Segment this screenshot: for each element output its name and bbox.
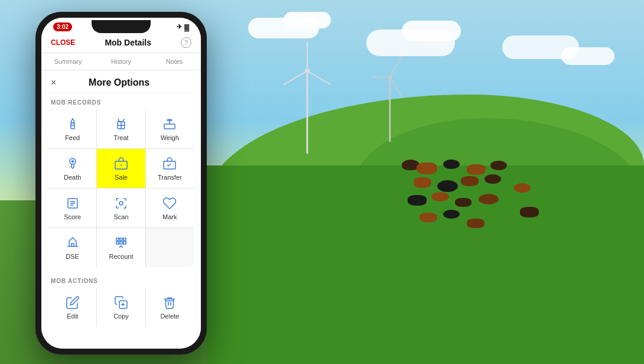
sale-label: Sale	[115, 174, 128, 181]
svg-rect-10	[71, 123, 74, 129]
delete-label: Delete	[160, 313, 179, 320]
modal-title: More Options	[61, 77, 177, 88]
phone-notch	[92, 20, 151, 33]
feed-label: Feed	[65, 134, 80, 141]
cloud-2	[284, 12, 331, 28]
airplane-icon: ✈	[177, 23, 182, 31]
mob-actions-section: MOB ACTIONS Edit Copy	[41, 272, 201, 327]
status-icons: ✈ ▓	[177, 23, 189, 31]
dse-label: DSE	[66, 253, 79, 260]
svg-line-7	[391, 56, 402, 75]
mark-icon	[162, 196, 177, 211]
treat-icon	[114, 116, 128, 132]
score-button[interactable]: Score	[48, 188, 96, 228]
edit-label: Edit	[67, 313, 78, 320]
status-time: 3:02	[53, 22, 72, 31]
sale-icon	[114, 156, 128, 171]
svg-line-3	[309, 72, 331, 86]
svg-line-8	[391, 79, 402, 98]
empty-slot	[146, 228, 194, 267]
mob-records-label: MOB RECORDS	[41, 93, 201, 109]
weigh-icon	[162, 116, 177, 132]
score-icon	[66, 196, 80, 211]
phone-device: 3:02 ✈ ▓ CLOSE Mob Details ? Summary His…	[35, 12, 207, 355]
ground	[207, 165, 644, 364]
tabs-bar: Summary History Notes	[41, 53, 201, 70]
weigh-button[interactable]: Weigh	[146, 109, 194, 148]
battery-icon: ▓	[184, 24, 189, 31]
transfer-label: Transfer	[158, 174, 182, 181]
screen-title: Mob Details	[105, 38, 151, 47]
mob-actions-grid: Edit Copy Delete	[48, 288, 194, 327]
cloud-4	[402, 21, 461, 41]
dse-icon	[66, 235, 80, 251]
mob-records-grid: Feed Treat Weigh	[48, 109, 194, 267]
svg-line-4	[284, 72, 305, 86]
scan-button[interactable]: Scan	[97, 188, 145, 228]
modal-close-button[interactable]: ×	[51, 77, 56, 88]
sale-button[interactable]: Sale	[97, 149, 145, 188]
mob-actions-label: MOB ACTIONS	[41, 272, 201, 288]
svg-point-1	[305, 69, 310, 73]
mark-button[interactable]: Mark	[146, 188, 194, 228]
transfer-button[interactable]: Transfer	[146, 149, 194, 188]
copy-icon	[114, 295, 128, 310]
death-button[interactable]: Death	[48, 149, 96, 188]
svg-point-6	[388, 75, 392, 79]
svg-point-26	[119, 202, 123, 205]
feed-button[interactable]: Feed	[48, 109, 96, 148]
treat-button[interactable]: Treat	[97, 109, 145, 148]
mark-label: Mark	[162, 213, 177, 220]
tab-summary[interactable]: Summary	[41, 53, 95, 70]
top-bar: CLOSE Mob Details ?	[41, 34, 201, 53]
scan-icon	[114, 196, 128, 211]
delete-icon	[162, 295, 177, 310]
scan-label: Scan	[113, 213, 128, 220]
copy-button[interactable]: Copy	[97, 288, 145, 327]
delete-button[interactable]: Delete	[146, 288, 194, 327]
modal-header: × More Options	[41, 70, 201, 93]
feed-icon	[66, 116, 80, 132]
svg-rect-15	[164, 124, 175, 129]
help-button[interactable]: ?	[181, 37, 191, 48]
turbine-1	[284, 35, 331, 154]
recount-button[interactable]: Recount	[97, 228, 145, 267]
transfer-icon	[162, 156, 177, 171]
phone-screen: 3:02 ✈ ▓ CLOSE Mob Details ? Summary His…	[41, 18, 201, 349]
tab-history[interactable]: History	[95, 53, 148, 70]
modal-container: × More Options MOB RECORDS Feed	[41, 70, 201, 349]
weigh-label: Weigh	[161, 134, 179, 141]
edit-button[interactable]: Edit	[48, 288, 96, 327]
recount-icon	[114, 235, 128, 251]
mob-records-section: MOB RECORDS Feed Treat	[41, 93, 201, 267]
treat-label: Treat	[113, 134, 128, 141]
score-label: Score	[64, 213, 81, 220]
tab-notes[interactable]: Notes	[148, 53, 201, 70]
death-label: Death	[64, 174, 81, 181]
close-button[interactable]: CLOSE	[51, 38, 75, 47]
turbine-2	[372, 47, 408, 142]
recount-label: Recount	[109, 253, 134, 260]
cloud-6	[561, 47, 614, 65]
copy-label: Copy	[113, 313, 129, 320]
death-icon	[66, 156, 80, 171]
dse-button[interactable]: DSE	[48, 228, 96, 267]
edit-icon	[66, 295, 80, 310]
